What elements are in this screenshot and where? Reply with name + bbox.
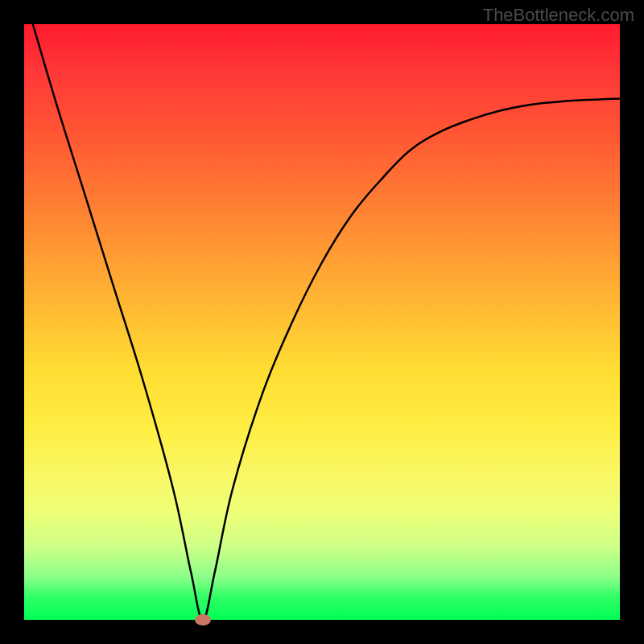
bottleneck-curve [24, 24, 620, 620]
minimum-marker [195, 614, 211, 625]
chart-background [24, 24, 620, 620]
watermark-text: TheBottleneck.com [483, 5, 634, 26]
